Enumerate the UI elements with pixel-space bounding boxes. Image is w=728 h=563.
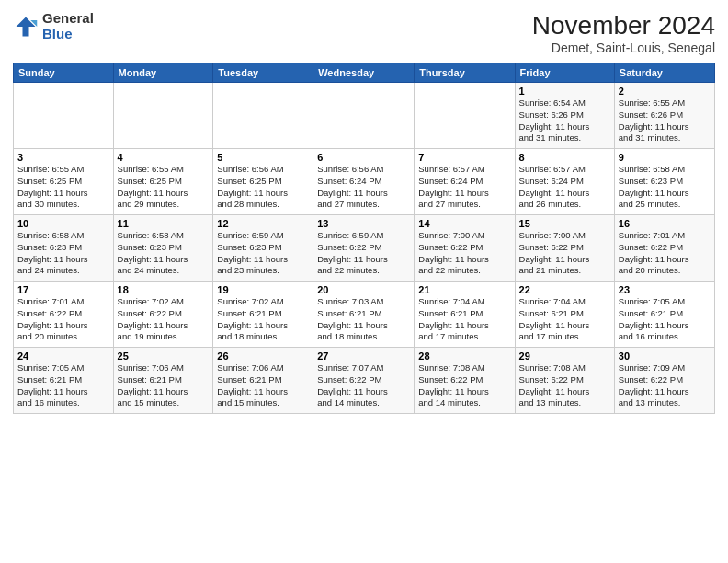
calendar-cell: 15Sunrise: 7:00 AM Sunset: 6:22 PM Dayli… [515,215,614,282]
day-info: Sunrise: 6:58 AM Sunset: 6:23 PM Dayligh… [619,164,711,211]
calendar-week-3: 10Sunrise: 6:58 AM Sunset: 6:23 PM Dayli… [14,215,715,282]
day-info: Sunrise: 6:55 AM Sunset: 6:25 PM Dayligh… [17,164,109,211]
calendar-cell: 11Sunrise: 6:58 AM Sunset: 6:23 PM Dayli… [113,215,213,282]
day-number: 24 [17,350,109,362]
location: Demet, Saint-Louis, Senegal [532,40,715,55]
day-number: 5 [217,152,309,163]
day-info: Sunrise: 6:54 AM Sunset: 6:26 PM Dayligh… [519,98,610,144]
calendar-cell: 27Sunrise: 7:07 AM Sunset: 6:22 PM Dayli… [313,348,415,414]
calendar-cell: 25Sunrise: 7:06 AM Sunset: 6:21 PM Dayli… [113,348,213,414]
day-number: 4 [118,152,210,163]
day-number: 6 [317,152,410,163]
calendar-cell: 18Sunrise: 7:02 AM Sunset: 6:22 PM Dayli… [113,282,213,348]
day-info: Sunrise: 7:03 AM Sunset: 6:21 PM Dayligh… [317,296,410,343]
header: General Blue November 2024 Demet, Saint-… [13,11,715,55]
calendar-cell: 16Sunrise: 7:01 AM Sunset: 6:22 PM Dayli… [614,215,714,282]
day-number: 18 [118,284,210,295]
calendar-cell: 28Sunrise: 7:08 AM Sunset: 6:22 PM Dayli… [415,348,515,414]
calendar-cell: 22Sunrise: 7:04 AM Sunset: 6:21 PM Dayli… [515,282,614,348]
day-number: 9 [619,152,711,163]
day-info: Sunrise: 6:59 AM Sunset: 6:22 PM Dayligh… [317,230,410,277]
day-number: 16 [619,218,711,229]
day-info: Sunrise: 7:04 AM Sunset: 6:21 PM Dayligh… [519,296,610,343]
calendar-cell: 3Sunrise: 6:55 AM Sunset: 6:25 PM Daylig… [14,149,114,215]
day-number: 30 [619,350,711,362]
month-title: November 2024 [532,11,715,40]
day-number: 29 [519,350,610,362]
calendar-cell [14,83,114,149]
col-thursday: Thursday [415,63,515,83]
day-number: 10 [17,218,109,229]
day-number: 26 [217,350,309,362]
calendar-cell: 5Sunrise: 6:56 AM Sunset: 6:25 PM Daylig… [213,149,313,215]
day-number: 20 [317,284,410,295]
logo: General Blue [13,11,94,41]
calendar-cell: 10Sunrise: 6:58 AM Sunset: 6:23 PM Dayli… [14,215,114,282]
day-number: 3 [17,152,109,163]
logo-general: General [42,10,94,26]
calendar-cell: 7Sunrise: 6:57 AM Sunset: 6:24 PM Daylig… [415,149,515,215]
day-info: Sunrise: 7:05 AM Sunset: 6:21 PM Dayligh… [17,362,109,409]
calendar-week-5: 24Sunrise: 7:05 AM Sunset: 6:21 PM Dayli… [14,348,715,414]
day-info: Sunrise: 7:04 AM Sunset: 6:21 PM Dayligh… [418,296,510,343]
day-number: 7 [418,152,510,163]
calendar-header-row: Sunday Monday Tuesday Wednesday Thursday… [14,63,715,83]
calendar-cell: 17Sunrise: 7:01 AM Sunset: 6:22 PM Dayli… [14,282,114,348]
col-sunday: Sunday [14,63,114,83]
calendar-cell: 30Sunrise: 7:09 AM Sunset: 6:22 PM Dayli… [614,348,714,414]
calendar-cell: 2Sunrise: 6:55 AM Sunset: 6:26 PM Daylig… [614,83,714,149]
day-info: Sunrise: 7:09 AM Sunset: 6:22 PM Dayligh… [619,362,711,409]
day-info: Sunrise: 7:01 AM Sunset: 6:22 PM Dayligh… [17,296,109,343]
day-number: 25 [118,350,210,362]
calendar-cell [113,83,213,149]
day-number: 28 [418,350,510,362]
calendar-cell: 20Sunrise: 7:03 AM Sunset: 6:21 PM Dayli… [313,282,415,348]
calendar-cell: 26Sunrise: 7:06 AM Sunset: 6:21 PM Dayli… [213,348,313,414]
day-info: Sunrise: 7:00 AM Sunset: 6:22 PM Dayligh… [418,230,510,277]
day-info: Sunrise: 6:59 AM Sunset: 6:23 PM Dayligh… [217,230,309,277]
day-info: Sunrise: 7:02 AM Sunset: 6:21 PM Dayligh… [217,296,309,343]
calendar-cell [313,83,415,149]
day-number: 2 [619,86,711,97]
day-info: Sunrise: 7:06 AM Sunset: 6:21 PM Dayligh… [217,362,309,409]
calendar-cell: 4Sunrise: 6:55 AM Sunset: 6:25 PM Daylig… [113,149,213,215]
day-info: Sunrise: 7:07 AM Sunset: 6:22 PM Dayligh… [317,362,410,409]
calendar-cell [213,83,313,149]
col-wednesday: Wednesday [313,63,415,83]
col-saturday: Saturday [614,63,714,83]
day-info: Sunrise: 6:56 AM Sunset: 6:25 PM Dayligh… [217,164,309,211]
calendar-cell: 12Sunrise: 6:59 AM Sunset: 6:23 PM Dayli… [213,215,313,282]
day-info: Sunrise: 6:58 AM Sunset: 6:23 PM Dayligh… [118,230,210,277]
calendar-table: Sunday Monday Tuesday Wednesday Thursday… [13,63,715,414]
logo-text: General Blue [42,11,94,41]
day-number: 11 [118,218,210,229]
day-number: 1 [519,86,610,97]
day-info: Sunrise: 6:57 AM Sunset: 6:24 PM Dayligh… [519,164,610,211]
day-info: Sunrise: 7:08 AM Sunset: 6:22 PM Dayligh… [519,362,610,409]
day-number: 15 [519,218,610,229]
calendar-cell [415,83,515,149]
day-info: Sunrise: 6:57 AM Sunset: 6:24 PM Dayligh… [418,164,510,211]
day-number: 21 [418,284,510,295]
calendar-week-4: 17Sunrise: 7:01 AM Sunset: 6:22 PM Dayli… [14,282,715,348]
calendar-week-2: 3Sunrise: 6:55 AM Sunset: 6:25 PM Daylig… [14,149,715,215]
day-number: 17 [17,284,109,295]
calendar-cell: 8Sunrise: 6:57 AM Sunset: 6:24 PM Daylig… [515,149,614,215]
page: General Blue November 2024 Demet, Saint-… [0,0,728,563]
logo-blue: Blue [42,26,73,41]
calendar-cell: 19Sunrise: 7:02 AM Sunset: 6:21 PM Dayli… [213,282,313,348]
day-number: 14 [418,218,510,229]
day-number: 19 [217,284,309,295]
day-info: Sunrise: 6:56 AM Sunset: 6:24 PM Dayligh… [317,164,410,211]
title-block: November 2024 Demet, Saint-Louis, Senega… [532,11,715,55]
day-info: Sunrise: 6:55 AM Sunset: 6:25 PM Dayligh… [118,164,210,211]
day-info: Sunrise: 7:00 AM Sunset: 6:22 PM Dayligh… [519,230,610,277]
day-info: Sunrise: 7:05 AM Sunset: 6:21 PM Dayligh… [619,296,711,343]
col-tuesday: Tuesday [213,63,313,83]
day-info: Sunrise: 7:02 AM Sunset: 6:22 PM Dayligh… [118,296,210,343]
day-number: 8 [519,152,610,163]
calendar-cell: 6Sunrise: 6:56 AM Sunset: 6:24 PM Daylig… [313,149,415,215]
logo-icon [13,14,39,40]
day-number: 22 [519,284,610,295]
calendar-week-1: 1Sunrise: 6:54 AM Sunset: 6:26 PM Daylig… [14,83,715,149]
